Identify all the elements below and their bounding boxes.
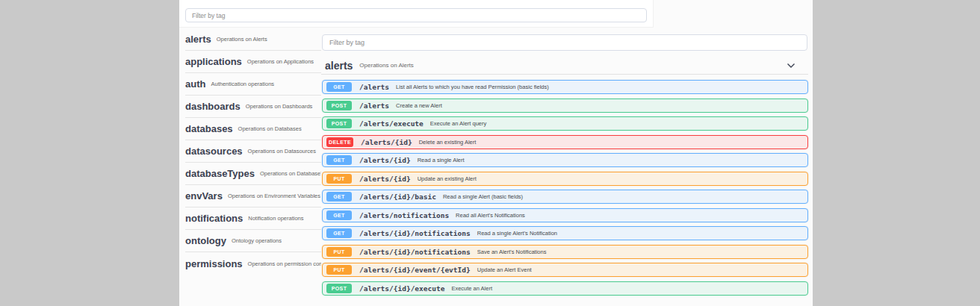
method-badge: PUT (326, 265, 352, 275)
method-badge: PUT (326, 174, 352, 184)
operation-row[interactable]: GET /alerts List all Alerts to which you… (322, 80, 808, 94)
operation-description: Read a single Alert's Notification (477, 230, 557, 237)
tag-name: ontology (185, 235, 226, 246)
sidebar-item-databasetypes[interactable]: databaseTypes Operations on DatabaseType… (185, 163, 321, 185)
method-badge: PUT (326, 247, 352, 257)
tag-description: Operations on Databases (238, 125, 302, 132)
tag-description: Operations on Dashboards (246, 103, 313, 110)
tag-description: Operations on Applications (247, 58, 314, 65)
operation-row[interactable]: GET /alerts/{id} Read a single Alert (322, 153, 808, 167)
operation-description: Execute an Alert query (430, 120, 486, 127)
operation-path: /alerts/{id} (359, 175, 411, 183)
operation-description: Delete an existing Alert (419, 139, 477, 146)
operation-row[interactable]: POST /alerts Create a new Alert (322, 99, 808, 113)
sidebar-item-alerts[interactable]: alerts Operations on Alerts (185, 28, 321, 51)
method-badge: POST (326, 119, 352, 128)
tag-name: datasources (185, 146, 243, 157)
tag-filter-input-overlay[interactable] (322, 34, 807, 51)
operation-row[interactable]: GET /alerts/{id}/notifications Read a si… (322, 226, 808, 240)
sidebar-item-envvars[interactable]: envVars Operations on Environment Variab… (185, 185, 321, 207)
tag-name: alerts (185, 34, 211, 45)
operation-description: Update an Alert Event (477, 266, 532, 273)
operation-row[interactable]: GET /alerts/{id}/basic Read a single Ale… (322, 190, 808, 204)
sidebar-item-dashboards[interactable]: dashboards Operations on Dashboards (185, 96, 321, 118)
tag-name: dashboards (185, 101, 241, 112)
operation-path: /alerts/{id} (359, 156, 411, 164)
tag-description: Operations on Datasources (248, 148, 316, 154)
operations-list: GET /alerts List all Alerts to which you… (322, 80, 808, 299)
operation-row[interactable]: POST /alerts/{id}/execute Execute an Ale… (322, 281, 808, 296)
method-badge: GET (326, 228, 352, 238)
tag-name: applications (185, 56, 242, 67)
method-badge: GET (326, 192, 352, 202)
operation-description: Execute an Alert (451, 285, 492, 292)
tag-description: Operations on Environment Variables (228, 193, 320, 199)
section-subtitle: Operations on Alerts (359, 62, 413, 69)
tag-filter-input[interactable] (185, 8, 647, 22)
method-badge: POST (326, 101, 352, 110)
tag-description: Operations on Alerts (217, 36, 267, 43)
operation-row[interactable]: PUT /alerts/{id}/notifications Save an A… (322, 245, 808, 259)
operation-description: Read a single Alert (418, 157, 465, 163)
tag-description: Ontology operations (232, 237, 282, 244)
tag-name: databaseTypes (185, 168, 255, 179)
operation-path: /alerts (359, 102, 389, 110)
sidebar-item-notifications[interactable]: notifications Notification operations (185, 207, 321, 230)
tag-name: databases (185, 123, 233, 134)
operation-path: /alerts/{id}/notifications (359, 229, 471, 237)
operation-row[interactable]: DELETE /alerts/{id} Delete an existing A… (322, 135, 808, 149)
method-badge: GET (326, 82, 352, 92)
chevron-down-icon[interactable] (787, 63, 796, 69)
operation-path: /alerts/{id}/execute (359, 284, 444, 293)
operation-row[interactable]: GET /alerts/notifications Read all Alert… (322, 208, 808, 222)
operation-description: Read a single Alert (basic fields) (443, 193, 523, 200)
operation-description: Read all Alert's Notifications (456, 212, 525, 219)
sidebar-item-databases[interactable]: databases Operations on Databases (185, 118, 321, 140)
tag-name: notifications (185, 213, 243, 224)
operation-path: /alerts/notifications (359, 211, 449, 219)
section-title: alerts (325, 60, 353, 72)
sidebar-item-permissions[interactable]: permissions Operations on permission com… (185, 252, 321, 275)
method-badge: GET (326, 210, 352, 220)
method-badge: GET (326, 155, 352, 165)
tag-description: Notification operations (248, 215, 303, 222)
sidebar-item-applications[interactable]: applications Operations on Applications (185, 51, 321, 73)
alerts-section-header[interactable]: alerts Operations on Alerts (321, 57, 808, 75)
operation-description: Create a new Alert (396, 102, 442, 109)
operation-path: /alerts/{id} (361, 138, 412, 146)
operation-row[interactable]: PUT /alerts/{id}/event/{evtId} Update an… (322, 263, 808, 277)
operation-path: /alerts/{id}/event/{evtId} (359, 266, 471, 274)
tag-name: envVars (185, 190, 223, 202)
operation-row[interactable]: PUT /alerts/{id} Update an existing Aler… (322, 172, 808, 186)
operation-description: List all Alerts to which you have read P… (396, 84, 549, 90)
method-badge: POST (326, 284, 352, 293)
sidebar-item-ontology[interactable]: ontology Ontology operations (185, 230, 321, 252)
sidebar-item-datasources[interactable]: datasources Operations on Datasources (185, 140, 321, 163)
operation-description: Save an Alert's Notifications (477, 249, 547, 255)
sidebar-item-auth[interactable]: auth Authentication operations (185, 73, 321, 96)
operation-path: /alerts/execute (359, 119, 424, 128)
operation-path: /alerts/{id}/basic (359, 193, 436, 201)
operation-path: /alerts/{id}/notifications (359, 248, 471, 256)
tag-list-sidebar: alerts Operations on Alerts applications… (185, 28, 321, 275)
tag-description: Authentication operations (211, 81, 274, 87)
alerts-detail-panel: alerts Operations on Alerts GET /alerts … (321, 28, 808, 306)
tag-name: permissions (185, 258, 243, 269)
method-badge: DELETE (326, 137, 353, 147)
operation-path: /alerts (359, 83, 389, 91)
tag-name: auth (185, 78, 205, 90)
operation-description: Update an existing Alert (418, 175, 477, 182)
operation-row[interactable]: POST /alerts/execute Execute an Alert qu… (322, 116, 808, 131)
